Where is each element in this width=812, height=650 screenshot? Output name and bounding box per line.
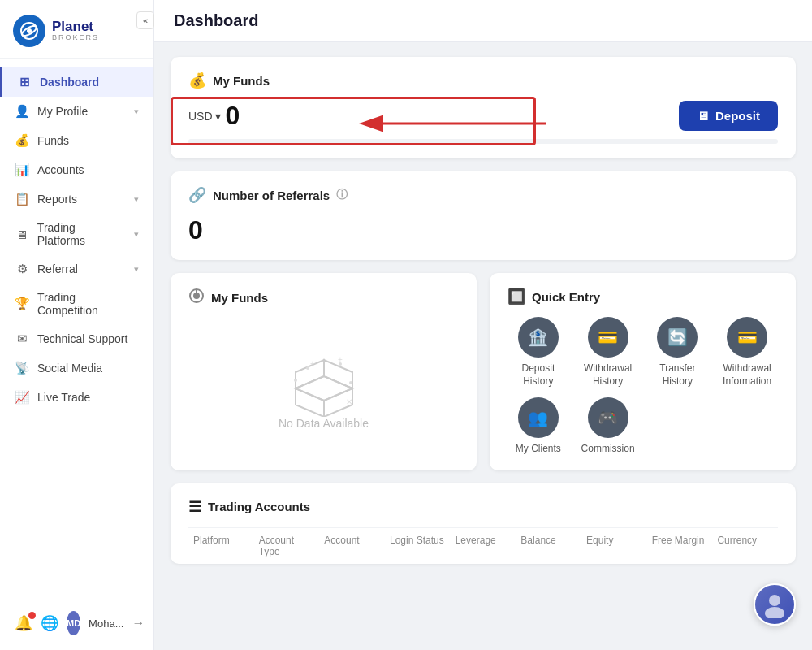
collapse-button[interactable]: « bbox=[136, 11, 154, 29]
my-funds-card: 💰 My Funds USD ▾ 0 🖥 Deposit bbox=[171, 57, 796, 158]
svg-point-15 bbox=[294, 379, 297, 382]
svg-marker-9 bbox=[296, 388, 324, 417]
svg-point-13 bbox=[306, 366, 309, 370]
col-account: Account bbox=[319, 528, 385, 564]
quick-item-my-clients[interactable]: 👥 My Clients bbox=[508, 397, 569, 456]
sidebar-item-accounts[interactable]: 📊 Accounts bbox=[0, 155, 153, 184]
svg-marker-12 bbox=[324, 360, 352, 388]
quick-item-commission[interactable]: 🎮 Commission bbox=[577, 397, 639, 456]
sidebar: Planet BROKERS « ⊞ Dashboard 👤 My Profil… bbox=[0, 0, 154, 650]
username: Moha... bbox=[89, 618, 123, 630]
sidebar-item-trading-platforms[interactable]: 🖥 Trading Platforms ▾ bbox=[0, 214, 153, 254]
funds-amount: USD ▾ 0 bbox=[188, 101, 240, 131]
currency-selector[interactable]: USD ▾ bbox=[188, 110, 221, 123]
social-icon: 📡 bbox=[15, 361, 29, 375]
trading-platforms-icon: 🖥 bbox=[15, 228, 29, 241]
sidebar-label-referral: Referral bbox=[37, 262, 78, 275]
quick-item-transfer-history[interactable]: 🔄 Transfer History bbox=[647, 317, 709, 388]
deposit-icon: 🖥 bbox=[697, 109, 709, 123]
competition-icon: 🏆 bbox=[15, 297, 29, 311]
sidebar-item-reports[interactable]: 📋 Reports ▾ bbox=[0, 184, 153, 214]
my-funds-chart-card: My Funds bbox=[171, 273, 477, 470]
referrals-title-row: 🔗 Number of Referrals ⓘ bbox=[188, 186, 778, 204]
quick-item-withdrawal-information[interactable]: 💳 Withdrawal Information bbox=[716, 317, 778, 388]
live-trade-icon: 📈 bbox=[15, 390, 29, 405]
sidebar-item-trading-competition[interactable]: 🏆 Trading Competition bbox=[0, 284, 153, 324]
trading-accounts-icon: ☰ bbox=[188, 498, 201, 516]
trading-accounts-card: ☰ Trading Accounts Platform Account Type… bbox=[171, 483, 796, 564]
col-account-type: Account Type bbox=[254, 528, 320, 564]
empty-placeholder-2 bbox=[716, 397, 778, 456]
logo-planet: Planet bbox=[52, 20, 99, 35]
logo-text: Planet BROKERS bbox=[52, 20, 99, 43]
chevron-down-icon: ▾ bbox=[134, 229, 139, 240]
svg-text:+: + bbox=[338, 355, 343, 364]
sidebar-label-my-profile: My Profile bbox=[37, 105, 88, 118]
funds-row: USD ▾ 0 🖥 Deposit bbox=[188, 101, 778, 131]
referral-value: 0 bbox=[188, 215, 778, 245]
sidebar-label-dashboard: Dashboard bbox=[40, 76, 99, 89]
notification-button[interactable]: 🔔 bbox=[15, 614, 32, 632]
col-platform: Platform bbox=[188, 528, 254, 564]
empty-placeholder-1 bbox=[647, 397, 709, 456]
annotation-area bbox=[188, 139, 778, 144]
page-header: Dashboard bbox=[154, 0, 812, 42]
chevron-down-icon: ▾ bbox=[215, 110, 221, 123]
sidebar-item-funds[interactable]: 💰 Funds bbox=[0, 126, 153, 155]
deposit-button[interactable]: 🖥 Deposit bbox=[679, 101, 778, 131]
sidebar-label-live-trade: Live Trade bbox=[37, 391, 90, 404]
no-data-section: + + ✕ No Data Available bbox=[188, 319, 459, 438]
trading-accounts-table-header: Platform Account Type Account Login Stat… bbox=[188, 527, 778, 564]
logo-icon bbox=[13, 15, 45, 47]
profile-icon: 👤 bbox=[15, 104, 29, 119]
quick-entry-title: 🔲 Quick Entry bbox=[508, 288, 778, 306]
language-icon[interactable]: 🌐 bbox=[41, 614, 58, 632]
sidebar-item-dashboard[interactable]: ⊞ Dashboard bbox=[0, 67, 153, 97]
progress-bar bbox=[188, 139, 778, 144]
sidebar-label-trading-competition: Trading Competition bbox=[37, 291, 139, 317]
col-balance: Balance bbox=[516, 528, 581, 564]
transfer-history-icon: 🔄 bbox=[657, 317, 698, 358]
empty-box-illustration: + + ✕ bbox=[279, 344, 369, 417]
sidebar-item-technical-support[interactable]: ✉ Technical Support bbox=[0, 324, 153, 353]
logo-brokers: BROKERS bbox=[52, 34, 99, 42]
sidebar-item-referral[interactable]: ⚙ Referral ▾ bbox=[0, 254, 153, 284]
chevron-down-icon: ▾ bbox=[134, 106, 139, 117]
referrals-card: 🔗 Number of Referrals ⓘ 0 bbox=[171, 171, 796, 260]
quick-entry-card: 🔲 Quick Entry 🏦 Deposit History 💳 Withdr… bbox=[490, 273, 796, 470]
col-leverage: Leverage bbox=[451, 528, 516, 564]
quick-item-deposit-history[interactable]: 🏦 Deposit History bbox=[508, 317, 569, 388]
commission-icon: 🎮 bbox=[588, 397, 628, 438]
sidebar-label-trading-platforms: Trading Platforms bbox=[37, 221, 126, 247]
sidebar-label-accounts: Accounts bbox=[37, 163, 84, 176]
chart-funds-icon bbox=[188, 288, 205, 308]
sidebar-item-social-media[interactable]: 📡 Social Media bbox=[0, 353, 153, 383]
logout-icon[interactable]: → bbox=[132, 616, 145, 630]
my-funds-title: 💰 My Funds bbox=[188, 72, 778, 89]
svg-point-2 bbox=[27, 28, 32, 33]
sidebar-label-funds: Funds bbox=[37, 134, 69, 147]
quick-entry-grid-row2: 👥 My Clients 🎮 Commission bbox=[508, 397, 778, 456]
withdrawal-history-icon: 💳 bbox=[588, 317, 628, 358]
accounts-icon: 📊 bbox=[15, 162, 29, 177]
avatar[interactable]: MD bbox=[67, 611, 80, 635]
col-equity: Equity bbox=[581, 528, 647, 564]
chevron-down-icon: ▾ bbox=[134, 194, 139, 205]
info-icon[interactable]: ⓘ bbox=[336, 188, 348, 202]
funds-card-icon: 💰 bbox=[188, 72, 206, 89]
sidebar-item-my-profile[interactable]: 👤 My Profile ▾ bbox=[0, 97, 153, 126]
sidebar-item-live-trade[interactable]: 📈 Live Trade bbox=[0, 383, 153, 412]
floating-avatar[interactable] bbox=[754, 583, 796, 626]
quick-item-withdrawal-history[interactable]: 💳 Withdrawal History bbox=[577, 317, 639, 388]
chevron-down-icon: ▾ bbox=[134, 264, 139, 275]
svg-text:+: + bbox=[310, 359, 315, 368]
my-clients-icon: 👥 bbox=[518, 397, 559, 438]
avatar-image bbox=[761, 591, 788, 618]
support-icon: ✉ bbox=[15, 332, 29, 346]
page-title: Dashboard bbox=[174, 11, 793, 30]
dashboard-icon: ⊞ bbox=[17, 75, 32, 89]
svg-marker-8 bbox=[296, 376, 352, 401]
col-free-margin: Free Margin bbox=[647, 528, 713, 564]
deposit-history-icon: 🏦 bbox=[518, 317, 559, 358]
notification-badge bbox=[28, 612, 36, 619]
